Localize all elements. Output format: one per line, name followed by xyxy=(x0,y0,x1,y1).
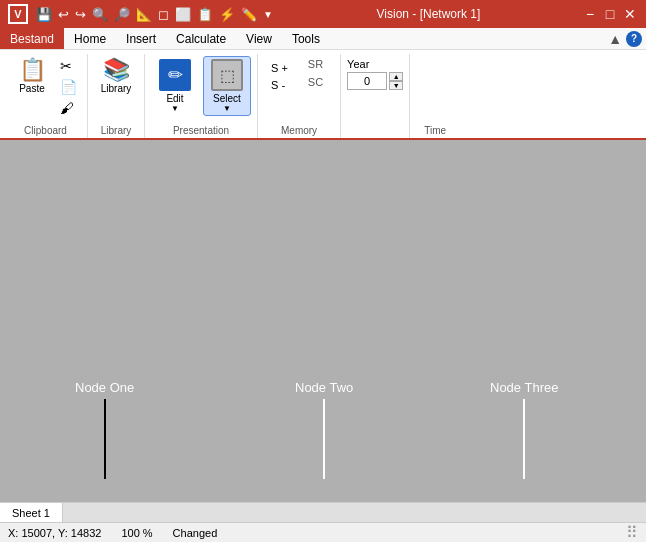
app-logo-icon: V xyxy=(8,4,28,24)
zoom-out-icon[interactable]: 🔎 xyxy=(112,7,132,22)
menu-view[interactable]: View xyxy=(236,28,282,49)
node-three-label: Node Three xyxy=(490,380,558,395)
edit-icon[interactable]: ✏️ xyxy=(239,7,259,22)
cut-icon: ✂ xyxy=(60,58,72,74)
edit-dropdown-arrow: ▼ xyxy=(171,104,179,113)
presentation-buttons: ✏ Edit ▼ ⬚ Select ▼ xyxy=(151,54,251,125)
presentation-label: Presentation xyxy=(151,125,251,138)
node-one: Node One xyxy=(75,380,134,479)
collapse-ribbon-icon[interactable]: ▲ xyxy=(608,31,622,47)
memory-label: Memory xyxy=(264,125,334,138)
edit-button[interactable]: ✏ Edit ▼ xyxy=(151,56,199,116)
paste-button[interactable]: 📋 Paste xyxy=(10,56,54,97)
menu-insert[interactable]: Insert xyxy=(116,28,166,49)
status-bar: X: 15007, Y: 14832 100 % Changed ⠿ xyxy=(0,522,646,542)
library-buttons: 📚 Library xyxy=(94,54,138,125)
cut-button[interactable]: ✂ xyxy=(56,56,81,76)
paste-icon: 📋 xyxy=(19,59,46,81)
clipboard-buttons: 📋 Paste ✂ 📄 🖌 xyxy=(10,54,81,125)
copy-icon: 📄 xyxy=(60,79,77,95)
library-icon: 📚 xyxy=(103,59,130,81)
menu-bestand[interactable]: Bestand xyxy=(0,28,64,49)
sc-button[interactable]: SC xyxy=(301,74,330,90)
year-spinner: ▲ ▼ xyxy=(389,72,403,90)
dropdown-arrow-icon[interactable]: ▼ xyxy=(261,9,275,20)
minimize-button[interactable]: − xyxy=(582,6,598,22)
time-label: Time xyxy=(416,125,454,138)
s-plus-button[interactable]: S + xyxy=(266,60,293,76)
sr-button[interactable]: SR xyxy=(301,56,330,72)
redo-icon[interactable]: ↪ xyxy=(73,7,88,22)
canvas-area[interactable]: Node One Node Two Node Three xyxy=(0,140,646,502)
node-three: Node Three xyxy=(490,380,558,479)
format-painter-icon: 🖌 xyxy=(60,100,74,116)
menu-bar-right: ▲ ? xyxy=(608,31,646,47)
library-label: Library xyxy=(94,125,138,138)
year-input[interactable] xyxy=(347,72,387,90)
close-button[interactable]: ✕ xyxy=(622,6,638,22)
node-two-label: Node Two xyxy=(295,380,353,395)
help-icon[interactable]: ? xyxy=(626,31,642,47)
select-dropdown-arrow: ▼ xyxy=(223,104,231,113)
undo-icon[interactable]: ↩ xyxy=(56,7,71,22)
coordinates-display: X: 15007, Y: 14832 xyxy=(8,527,101,539)
copy-button[interactable]: 📄 xyxy=(56,77,81,97)
library-button[interactable]: 📚 Library xyxy=(94,56,138,97)
save-icon[interactable]: 💾 xyxy=(34,7,54,22)
lightning-icon[interactable]: ⚡ xyxy=(217,7,237,22)
year-control: ▲ ▼ xyxy=(347,72,403,90)
ribbon-group-time: Time xyxy=(410,54,460,138)
status-changed-display: Changed xyxy=(173,527,218,539)
format-painter-button[interactable]: 🖌 xyxy=(56,98,81,118)
select-box-icon[interactable]: ⬜ xyxy=(173,7,193,22)
menu-home[interactable]: Home xyxy=(64,28,116,49)
edit-icon: ✏ xyxy=(159,59,191,91)
ribbon-group-library: 📚 Library Library xyxy=(88,54,145,138)
ribbon-group-year: Year ▲ ▼ xyxy=(341,54,410,138)
year-label: Year xyxy=(347,58,369,70)
window-title: Vision - [Network 1] xyxy=(275,7,582,21)
copy-icon[interactable]: 📋 xyxy=(195,7,215,22)
maximize-button[interactable]: □ xyxy=(602,6,618,22)
select-button[interactable]: ⬚ Select ▼ xyxy=(203,56,251,116)
sr-sc-group: SR SC xyxy=(297,56,334,90)
memory-buttons: S + S - SR SC xyxy=(264,54,334,125)
ribbon-content: 📋 Paste ✂ 📄 🖌 Clipboard xyxy=(0,50,646,138)
sheet-tab-1[interactable]: Sheet 1 xyxy=(0,503,63,522)
measure-icon[interactable]: 📐 xyxy=(134,7,154,22)
title-bar-left: V 💾 ↩ ↪ 🔍 🔎 📐 ◻ ⬜ 📋 ⚡ ✏️ ▼ xyxy=(8,4,275,24)
shape-icon[interactable]: ◻ xyxy=(156,7,171,22)
resize-handle-icon[interactable]: ⠿ xyxy=(626,523,638,542)
s-group: S + S - xyxy=(264,56,295,97)
year-increment-button[interactable]: ▲ xyxy=(389,72,403,81)
menu-bar: Bestand Home Insert Calculate View Tools… xyxy=(0,28,646,50)
cut-copy-group: ✂ 📄 🖌 xyxy=(56,56,81,118)
menu-tools[interactable]: Tools xyxy=(282,28,330,49)
ribbon-group-memory: S + S - SR SC Memory xyxy=(258,54,341,138)
title-toolbar-icons: 💾 ↩ ↪ 🔍 🔎 📐 ◻ ⬜ 📋 ⚡ ✏️ ▼ xyxy=(34,7,275,22)
window-controls: − □ ✕ xyxy=(582,6,638,22)
menu-calculate[interactable]: Calculate xyxy=(166,28,236,49)
ribbon-group-presentation: ✏ Edit ▼ ⬚ Select ▼ Presentation xyxy=(145,54,258,138)
node-one-line xyxy=(104,399,106,479)
node-two-line xyxy=(323,399,325,479)
clipboard-label: Clipboard xyxy=(10,125,81,138)
zoom-in-icon[interactable]: 🔍 xyxy=(90,7,110,22)
ribbon-group-clipboard: 📋 Paste ✂ 📄 🖌 Clipboard xyxy=(4,54,88,138)
node-one-label: Node One xyxy=(75,380,134,395)
title-bar: V 💾 ↩ ↪ 🔍 🔎 📐 ◻ ⬜ 📋 ⚡ ✏️ ▼ Vision - [Net… xyxy=(0,0,646,28)
s-minus-button[interactable]: S - xyxy=(266,77,293,93)
node-two: Node Two xyxy=(295,380,353,479)
node-three-line xyxy=(523,399,525,479)
year-decrement-button[interactable]: ▼ xyxy=(389,81,403,90)
ribbon: 📋 Paste ✂ 📄 🖌 Clipboard xyxy=(0,50,646,140)
select-icon: ⬚ xyxy=(211,59,243,91)
sheet-tabs: Sheet 1 xyxy=(0,502,646,522)
zoom-level-display: 100 % xyxy=(121,527,152,539)
